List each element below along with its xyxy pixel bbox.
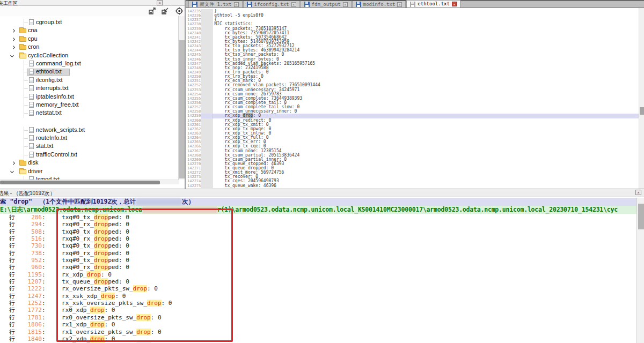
tab-label: modinfo.txt xyxy=(363,2,396,8)
tree-item-memory_free.txt[interactable]: memory_free.txt xyxy=(0,101,179,109)
result-row[interactable]: 行1207: tx_queue_dropped: 0 xyxy=(0,278,636,285)
locate-file-icon[interactable] xyxy=(175,7,184,15)
editor-line-text: tx_nop: 232419588 xyxy=(213,66,639,70)
editor-margin xyxy=(201,31,213,35)
tab-modinfo.txt[interactable]: modinfo.txt× xyxy=(352,1,406,8)
result-row[interactable]: 行730: txq#0_tx_dropped: 0 xyxy=(0,242,636,249)
tree-item-cyclicCollection[interactable]: cyclicCollection xyxy=(0,52,179,60)
result-row-label: 行 xyxy=(9,264,16,271)
editor-vertical-scrollbar[interactable] xyxy=(639,8,644,189)
tree-item-network_scripts.txt[interactable]: network_scripts.txt xyxy=(0,126,179,135)
expand-transfer-icon[interactable] xyxy=(148,7,157,15)
tree-item-netstat.txt[interactable]: netstat.txt xyxy=(0,109,179,117)
result-row[interactable]: 行1781: rx0_oversize_pkts_sw_drop: 0 xyxy=(0,314,636,321)
tree-vertical-scrollbar[interactable] xyxy=(178,16,185,180)
tree-vertical-scrollbar-thumb[interactable] xyxy=(179,40,185,178)
tree-item-routeInfo.txt[interactable]: routeInfo.txt xyxy=(0,135,179,143)
workspace-close-icon[interactable]: × xyxy=(157,0,163,5)
panel-splitter[interactable] xyxy=(185,0,186,189)
result-text: rx1_xdp_drop: 0 xyxy=(48,321,115,328)
result-row[interactable]: 行294: rxq#0_rx_dropped: 0 xyxy=(0,221,636,228)
tab-fdm_output[interactable]: fdm_output× xyxy=(301,1,352,8)
chevron-right-icon[interactable] xyxy=(11,38,15,41)
editor-margin xyxy=(201,179,213,183)
tree-item-interrupts.txt[interactable]: interrupts.txt xyxy=(0,85,179,93)
editor-line-number: 142247 xyxy=(187,62,201,66)
results-vertical-scrollbar[interactable] xyxy=(636,198,644,343)
tree-item-ethtool.txt[interactable]: ethtool.txt xyxy=(0,68,179,76)
folder-icon xyxy=(19,28,26,33)
tree-item-stat.txt[interactable]: stat.txt xyxy=(0,143,179,151)
result-row-label: 行 xyxy=(9,257,16,264)
tree-horizontal-scrollbar-thumb[interactable] xyxy=(0,181,160,184)
match-highlight: drop xyxy=(90,307,105,314)
chevron-right-icon[interactable] xyxy=(11,161,15,165)
chevron-down-icon[interactable] xyxy=(10,54,14,57)
workspace-panel: 夹工作区 × cgroup.txtcnacpucroncyclicCollect… xyxy=(0,0,185,189)
result-row[interactable]: 行1815: rx1_oversize_pkts_sw_drop: 0 xyxy=(0,329,636,335)
tree-item-cron[interactable]: cron xyxy=(0,43,179,51)
editor-line-number: 142269 xyxy=(187,158,201,162)
tab-close-icon[interactable]: × xyxy=(291,2,296,7)
results-vertical-scrollbar-thumb[interactable] xyxy=(638,204,644,229)
tab-close-icon[interactable]: × xyxy=(452,2,457,6)
result-row[interactable]: 行1252: rx_xsk_oversize_pkts_sw_drop: 0 xyxy=(0,300,636,307)
workspace-toolbar xyxy=(0,6,185,16)
result-row[interactable]: 行508: txq#0_tx_dropped: 0 xyxy=(0,228,636,235)
tree-item-disk[interactable]: disk xyxy=(0,159,179,167)
result-line-number: 730 xyxy=(16,242,42,249)
tab-close-icon[interactable]: × xyxy=(343,2,348,7)
result-row[interactable]: 行1806: rx1_xdp_drop: 0 xyxy=(0,321,636,328)
editor-margin xyxy=(201,48,213,53)
results-close-icon[interactable]: × xyxy=(635,190,641,195)
result-text: rxq#0_rx_dropped: 0 xyxy=(48,250,129,257)
editor-margin xyxy=(201,74,213,79)
tree-item-cpu[interactable]: cpu xyxy=(0,35,179,43)
result-line-number: 1207 xyxy=(16,278,42,285)
collapse-transfer-icon[interactable] xyxy=(161,7,170,15)
editor-margin xyxy=(201,44,213,48)
tab-新文件 1.txt[interactable]: 新文件 1.txt× xyxy=(188,1,243,8)
tab-close-icon[interactable]: × xyxy=(234,2,239,7)
tree-item-driver[interactable]: driver xyxy=(0,168,179,176)
result-file-path[interactable]: E:\日志\armod0523.odata.ncmp.unicom.locar(… xyxy=(0,206,636,214)
editor-line-text: tx_xmit_more: 569724756 xyxy=(213,170,639,175)
chevron-down-icon[interactable] xyxy=(10,169,14,173)
tab-close-icon[interactable]: × xyxy=(397,2,402,7)
editor-content[interactable]: 142235}142236ethtool -S enp1s0f0142237{1… xyxy=(187,9,639,189)
tree-horizontal-scrollbar[interactable] xyxy=(0,180,179,184)
tree-item-trafficControl.txt[interactable]: trafficControl.txt xyxy=(0,151,179,159)
result-row[interactable]: 行516: rxq#0_rx_dropped: 0 xyxy=(0,235,636,242)
chevron-right-icon[interactable] xyxy=(11,46,15,49)
result-row[interactable]: 行1772: rx0_xdp_drop: 0 xyxy=(0,307,636,314)
result-row[interactable]: 行738: rxq#0_rx_dropped: 0 xyxy=(0,250,636,257)
chevron-right-icon[interactable] xyxy=(11,29,15,33)
editor-line-text: tx_queue_stopped: 46393 xyxy=(213,162,639,166)
editor-margin xyxy=(201,105,213,109)
result-colon: : xyxy=(42,228,46,235)
result-row[interactable]: 行1247: rx_xsk_xdp_drop: 0 xyxy=(0,293,636,300)
tree-item-cgroup.txt[interactable]: cgroup.txt xyxy=(0,19,179,27)
tree-item-command_log.txt[interactable]: command_log.txt xyxy=(0,60,179,68)
tree-item-iptablesInfo.txt[interactable]: iptablesInfo.txt xyxy=(0,93,179,101)
editor-margin xyxy=(201,9,213,13)
tree-item-cna[interactable]: cna xyxy=(0,27,179,35)
tab-ethtool.txt[interactable]: ethtool.txt× xyxy=(406,0,460,8)
result-row[interactable]: 行952: txq#0_tx_dropped: 0 xyxy=(0,257,636,264)
result-row[interactable]: 行1222: rx_oversize_pkts_sw_drop: 0 xyxy=(0,285,636,292)
tree-item-lsmod.txt[interactable]: lsmod.txt xyxy=(0,176,179,180)
tree-connector-line xyxy=(24,64,28,64)
editor-vertical-scrollbar-thumb[interactable] xyxy=(640,107,644,115)
editor-margin xyxy=(201,22,213,26)
match-highlight: drop xyxy=(90,335,105,342)
result-row[interactable]: 行286: txq#0_tx_dropped: 0 xyxy=(0,214,636,221)
result-row[interactable]: 行1840: rx2_xdp_drop: 0 xyxy=(0,335,636,342)
editor-line-number: 142260 xyxy=(187,118,201,123)
result-line-number: 1252 xyxy=(16,300,42,307)
search-summary: 索 "drop" （1个文件中匹配到10192次，总计次） xyxy=(0,198,636,206)
result-row[interactable]: 行960: rxq#0_rx_dropped: 0 xyxy=(0,264,636,271)
tab-ifconfig.txt[interactable]: ifconfig.txt× xyxy=(243,1,300,8)
result-row[interactable]: 行1195: rx_xdp_drop: 0 xyxy=(0,271,636,278)
editor-panel: 新文件 1.txt×ifconfig.txt×fdm_output×modinf… xyxy=(186,0,644,189)
tree-item-ifconfig.txt[interactable]: ifconfig.txt xyxy=(0,77,179,85)
